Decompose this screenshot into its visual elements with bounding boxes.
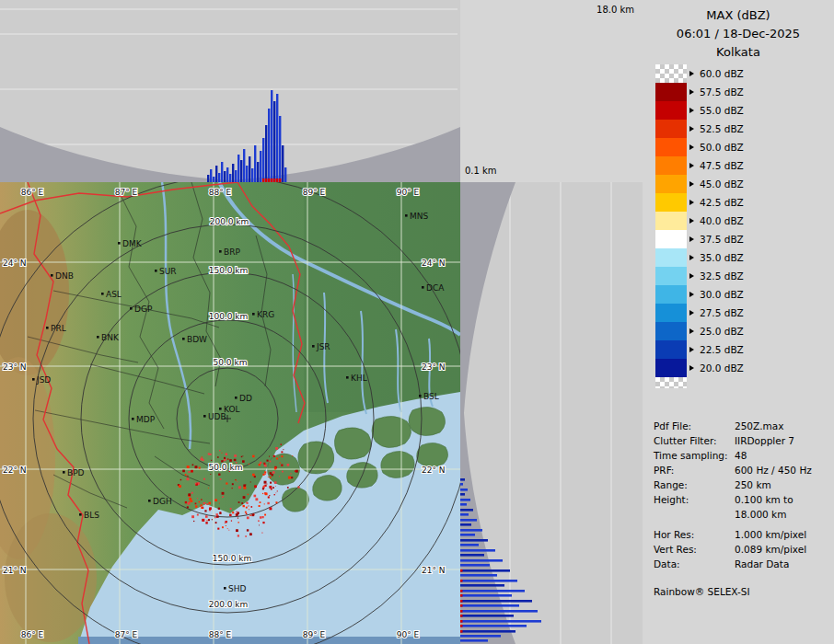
radar-echo — [274, 494, 275, 495]
legend-label: 37.5 dBZ — [700, 234, 744, 245]
radar-echo — [262, 493, 263, 494]
legend-entry: 20.0 dBZ — [655, 359, 744, 377]
radar-echo — [201, 507, 203, 509]
echo-row — [460, 569, 510, 572]
city-marker — [224, 587, 226, 590]
radar-echo — [237, 535, 239, 536]
echo-column — [218, 173, 220, 182]
info-value: 600 Hz / 450 Hz — [735, 463, 812, 477]
station-name: Kolkata — [643, 43, 834, 62]
radar-echo — [195, 483, 197, 485]
city-marker — [97, 336, 99, 339]
legend-tick-icon — [689, 347, 694, 352]
radar-echo — [205, 502, 206, 503]
radar-echo — [259, 524, 260, 525]
info-row: PRF:600 Hz / 450 Hz — [654, 463, 830, 477]
legend-swatch — [655, 101, 687, 120]
radar-echo — [195, 505, 197, 507]
echo-row-base — [460, 594, 463, 597]
radar-echo — [270, 482, 272, 484]
radar-echo — [205, 515, 208, 518]
echo-row — [460, 584, 504, 587]
radar-echo — [210, 454, 212, 455]
legend-label: 55.0 dBZ — [700, 105, 744, 116]
echo-row — [460, 594, 512, 597]
city-marker — [252, 313, 255, 316]
radar-echo — [230, 508, 232, 510]
legend-tick-icon — [689, 144, 694, 150]
echo-row-base — [460, 630, 463, 633]
radar-echo — [222, 497, 223, 498]
longitude-label: 90° E — [397, 630, 420, 639]
legend-swatch — [655, 64, 687, 83]
radar-echo — [245, 535, 247, 537]
radar-echo — [214, 499, 217, 501]
radar-echo — [265, 474, 266, 475]
radar-echo — [245, 512, 247, 513]
echo-column — [265, 125, 267, 182]
radar-echo — [222, 492, 225, 495]
legend-tick-icon — [689, 328, 694, 334]
radar-echo — [254, 485, 257, 488]
city-marker — [312, 345, 315, 348]
city-label: KHL — [351, 374, 367, 383]
legend-panel: MAX (dBZ) 06:01 / 18-Dec-2025 Kolkata 60… — [643, 0, 834, 644]
echo-row — [460, 489, 468, 491]
longitude-label: 90° E — [397, 188, 420, 197]
radar-echo — [217, 528, 219, 530]
radar-echo — [234, 454, 237, 457]
legend-entry: 25.0 dBZ — [655, 322, 744, 340]
legend-label: 20.0 dBZ — [700, 362, 744, 374]
radar-echo — [243, 484, 245, 486]
radar-echo — [228, 530, 229, 531]
radar-echo — [232, 488, 233, 489]
city-label: BNK — [101, 333, 120, 342]
echo-row-base — [460, 604, 463, 607]
echo-column — [240, 160, 242, 182]
legend-tick-icon — [689, 89, 694, 95]
info-label: Time sampling: — [654, 448, 735, 463]
legend-swatch — [655, 285, 687, 304]
radar-echo — [232, 483, 234, 485]
radar-echo — [269, 461, 271, 463]
radar-echo — [260, 516, 261, 518]
longitude-label: 87° E — [115, 188, 138, 197]
legend-tick-icon — [689, 236, 694, 242]
radar-echo — [227, 528, 228, 529]
echo-column — [243, 149, 245, 182]
info-row: Vert Res:0.089 km/pixel — [654, 542, 830, 557]
radar-echo — [287, 464, 290, 466]
radar-echo — [274, 467, 276, 469]
city-marker — [101, 293, 104, 295]
legend-entry: 55.0 dBZ — [655, 101, 744, 120]
radar-echo — [226, 453, 227, 454]
longitude-label: 88° E — [209, 630, 232, 639]
radar-echo — [222, 526, 224, 528]
radar-echo — [267, 484, 268, 485]
radar-echo — [280, 463, 281, 464]
echo-row-base — [460, 610, 463, 613]
range-ring-label: 50.0 km — [214, 358, 248, 367]
legend-label: 60.0 dBZ — [700, 68, 744, 79]
radar-echo — [195, 466, 198, 468]
radar-echo — [226, 482, 227, 484]
radar-echo — [297, 486, 299, 488]
radar-echo — [219, 503, 220, 504]
legend-swatch — [655, 248, 687, 267]
radar-echo — [199, 501, 200, 502]
radar-echo — [243, 496, 246, 499]
radar-echo — [216, 513, 218, 515]
info-value: 48 — [735, 448, 747, 463]
echo-row — [460, 509, 473, 512]
radar-echo — [248, 494, 249, 495]
radar-echo — [246, 507, 248, 509]
legend-tick-icon — [689, 126, 694, 132]
echo-row — [460, 478, 465, 481]
radar-echo — [234, 459, 236, 461]
radar-echo — [187, 476, 188, 477]
echo-column — [262, 138, 264, 182]
radar-echo — [214, 517, 216, 519]
radar-echo — [209, 508, 211, 510]
range-ring-label: 50.0 km — [209, 463, 243, 472]
city-label: BPD — [67, 468, 85, 477]
